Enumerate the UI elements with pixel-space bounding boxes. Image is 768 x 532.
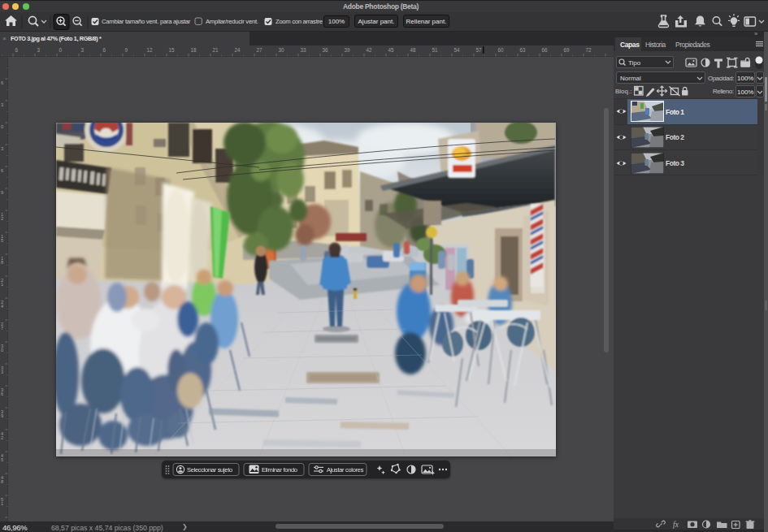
svg-text:18: 18 xyxy=(191,47,197,53)
svg-text:54: 54 xyxy=(454,47,461,53)
svg-text:6: 6 xyxy=(15,47,19,53)
svg-text:1: 1 xyxy=(1,282,3,287)
svg-text:24: 24 xyxy=(235,47,241,53)
svg-text:Ajustar colores: Ajustar colores xyxy=(327,466,364,474)
svg-text:21: 21 xyxy=(213,47,219,53)
svg-text:6: 6 xyxy=(1,391,3,396)
svg-text:69: 69 xyxy=(564,47,571,53)
svg-text:4: 4 xyxy=(1,304,4,309)
svg-text:6: 6 xyxy=(1,168,3,173)
svg-text:2: 2 xyxy=(1,216,3,221)
svg-text:30: 30 xyxy=(279,47,285,53)
svg-text:3: 3 xyxy=(81,47,85,53)
svg-text:3: 3 xyxy=(1,102,3,107)
svg-text:3: 3 xyxy=(1,146,3,151)
svg-text:fx: fx xyxy=(673,521,679,529)
svg-text:42: 42 xyxy=(367,47,373,53)
svg-text:9: 9 xyxy=(1,190,3,195)
svg-text:5: 5 xyxy=(1,457,3,462)
svg-text:72: 72 xyxy=(586,47,592,53)
svg-text:0: 0 xyxy=(59,47,63,53)
svg-text:9: 9 xyxy=(1,413,3,418)
svg-text:8: 8 xyxy=(1,260,3,265)
svg-text:1: 1 xyxy=(1,501,3,506)
svg-text:57: 57 xyxy=(476,47,483,53)
svg-text:60: 60 xyxy=(498,47,505,53)
svg-text:36: 36 xyxy=(323,47,329,53)
svg-text:39: 39 xyxy=(345,47,351,53)
svg-text:12: 12 xyxy=(147,47,154,53)
svg-text:0: 0 xyxy=(1,124,3,129)
svg-text:51: 51 xyxy=(432,47,439,53)
svg-text:7: 7 xyxy=(1,326,3,331)
svg-text:66: 66 xyxy=(542,47,549,53)
svg-text:5: 5 xyxy=(1,238,3,243)
svg-text:3: 3 xyxy=(37,47,41,53)
svg-text:Seleccionar sujeto: Seleccionar sujeto xyxy=(187,466,232,474)
svg-text:2: 2 xyxy=(1,435,3,440)
svg-text:45: 45 xyxy=(388,47,395,53)
svg-text:33: 33 xyxy=(301,47,307,53)
svg-text:6: 6 xyxy=(103,47,106,53)
svg-text:63: 63 xyxy=(520,47,527,53)
svg-text:15: 15 xyxy=(169,47,176,53)
svg-text:8: 8 xyxy=(1,479,3,484)
svg-text:Eliminar fondo: Eliminar fondo xyxy=(262,466,297,474)
svg-text:6: 6 xyxy=(1,80,3,85)
svg-text:27: 27 xyxy=(257,47,263,53)
svg-text:48: 48 xyxy=(410,47,417,53)
svg-text:9: 9 xyxy=(125,47,128,53)
svg-text:3: 3 xyxy=(1,370,3,374)
svg-text:0: 0 xyxy=(1,348,3,353)
